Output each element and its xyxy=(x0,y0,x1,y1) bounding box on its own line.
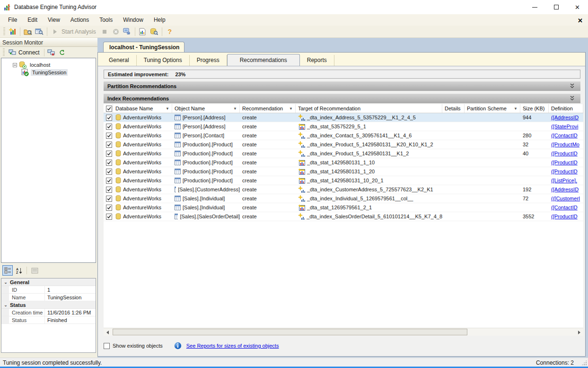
property-value[interactable]: Finished xyxy=(45,316,96,323)
browse-tables-button[interactable] xyxy=(34,27,44,37)
menu-edit[interactable]: Edit xyxy=(22,15,43,25)
column-header-size-kb-[interactable]: Size (KB) xyxy=(520,104,549,113)
open-workload-button[interactable] xyxy=(23,27,33,37)
definition-link[interactable]: ([ProductMo xyxy=(551,142,579,147)
row-checkbox[interactable] xyxy=(106,178,112,184)
row-checkbox[interactable] xyxy=(106,142,112,148)
table-row[interactable]: AdventureWorks [Person].[Address] create… xyxy=(104,122,583,131)
row-checkbox[interactable] xyxy=(106,106,112,112)
alphabetical-sort-button[interactable]: AZ xyxy=(14,265,24,276)
chevron-down-icon[interactable]: ⌄ xyxy=(1,280,10,285)
scroll-right-icon[interactable] xyxy=(575,328,583,336)
table-row[interactable]: AdventureWorks [Production].[Product] cr… xyxy=(104,176,583,185)
table-row[interactable]: AdventureWorks [Sales].[SalesOrderDetail… xyxy=(104,212,583,221)
definition-link[interactable]: ([ListPrice], xyxy=(551,178,577,183)
horizontal-scrollbar[interactable] xyxy=(104,328,583,336)
preview-report-button[interactable] xyxy=(138,27,148,37)
new-session-button[interactable] xyxy=(7,27,18,37)
row-checkbox[interactable] xyxy=(106,205,112,211)
property-row[interactable]: Creation time 11/6/2016 1:26 PM xyxy=(1,309,96,316)
chevron-down-icon[interactable]: ⌄ xyxy=(1,303,10,307)
sort-dropdown-icon[interactable]: ▼ xyxy=(233,107,237,111)
column-header-definition[interactable]: Definition xyxy=(549,104,583,113)
connect-button[interactable]: Connect xyxy=(6,48,42,57)
definition-link[interactable]: ([ProductID xyxy=(551,169,578,174)
tree-node-session-label[interactable]: TuningSession xyxy=(31,69,68,76)
definition-link[interactable]: ([AddressID xyxy=(551,115,579,120)
definition-link[interactable]: ([AddressID xyxy=(551,187,579,192)
definition-link[interactable]: ([ProductID xyxy=(551,160,578,165)
expand-chevron-icon[interactable] xyxy=(570,83,575,89)
show-existing-objects-checkbox[interactable] xyxy=(104,343,110,349)
property-row[interactable]: Status Finished xyxy=(1,316,96,324)
property-value[interactable]: 11/6/2016 1:26 PM xyxy=(45,309,96,316)
tree-node-session[interactable]: TuningSession xyxy=(21,69,68,76)
resize-grip[interactable] xyxy=(581,360,587,366)
help-button[interactable]: ? xyxy=(165,27,175,37)
row-checkbox[interactable] xyxy=(106,133,112,139)
column-header-database-name[interactable]: Database Name▼ xyxy=(113,104,172,113)
scroll-left-icon[interactable] xyxy=(104,328,112,336)
definition-link[interactable]: ([StateProvi xyxy=(551,124,578,129)
tree-node-server-label[interactable]: localhost xyxy=(28,62,52,68)
tab-progress[interactable]: Progress xyxy=(190,55,227,66)
select-all-checkbox-cell[interactable] xyxy=(104,104,113,113)
tab-general[interactable]: General xyxy=(102,55,137,66)
start-analysis-icon[interactable] xyxy=(50,27,60,37)
menu-help[interactable]: Help xyxy=(149,15,171,25)
table-row[interactable]: AdventureWorks [Sales].[Individual] crea… xyxy=(104,203,583,212)
table-row[interactable]: AdventureWorks [Person].[Contact] create… xyxy=(104,131,583,140)
property-pages-button[interactable] xyxy=(29,265,40,276)
menu-tools[interactable]: Tools xyxy=(94,15,118,25)
table-row[interactable]: AdventureWorks [Production].[Product] cr… xyxy=(104,149,583,158)
minimize-button[interactable] xyxy=(524,0,545,14)
close-button[interactable]: ✕ xyxy=(567,0,588,14)
collapse-icon[interactable] xyxy=(13,63,17,67)
row-checkbox[interactable] xyxy=(106,151,112,157)
column-header-target-of-recommendation[interactable]: Target of Recommendation xyxy=(296,104,442,113)
row-checkbox[interactable] xyxy=(106,196,112,202)
definition-link[interactable]: (([CustomerI xyxy=(551,196,580,201)
sort-dropdown-icon[interactable]: ▼ xyxy=(289,107,293,111)
column-header-object-name[interactable]: Object Name▼ xyxy=(172,104,240,113)
cancel-button[interactable] xyxy=(111,27,121,37)
row-checkbox[interactable] xyxy=(106,160,112,166)
document-tab[interactable]: localhost - TuningSession xyxy=(103,42,184,53)
row-checkbox[interactable] xyxy=(106,124,112,130)
stop-analysis-button[interactable] xyxy=(99,27,110,37)
property-value[interactable]: 1 xyxy=(45,286,96,293)
maximize-button[interactable] xyxy=(545,0,567,14)
tab-tuning-options[interactable]: Tuning Options xyxy=(137,55,190,66)
property-category[interactable]: ⌄Status xyxy=(1,301,96,309)
tab-reports[interactable]: Reports xyxy=(300,55,334,66)
sort-dropdown-icon[interactable]: ▼ xyxy=(166,107,169,111)
menu-view[interactable]: View xyxy=(43,15,65,25)
index-recommendations-header[interactable]: Index Recommendations xyxy=(104,94,580,103)
panel-grip[interactable] xyxy=(3,48,5,57)
definition-link[interactable]: ([ContactID xyxy=(551,205,578,210)
disconnect-button[interactable] xyxy=(46,48,57,57)
row-checkbox[interactable] xyxy=(106,187,112,193)
table-row[interactable]: AdventureWorks [Sales].[Individual] crea… xyxy=(104,194,583,203)
refresh-button[interactable] xyxy=(57,48,67,57)
sort-dropdown-icon[interactable]: ▼ xyxy=(514,107,518,111)
definition-link[interactable]: ([ProductID xyxy=(551,214,578,219)
tuning-options-button[interactable] xyxy=(149,27,159,37)
close-document-icon[interactable]: ✕ xyxy=(575,16,585,25)
definition-link[interactable]: ([ProductID xyxy=(551,151,578,156)
tree-node-server[interactable]: localhost xyxy=(13,61,52,69)
property-row[interactable]: ID 1 xyxy=(1,286,96,294)
property-value[interactable]: TuningSession xyxy=(45,294,96,301)
column-header-details[interactable]: Details xyxy=(442,104,465,113)
table-row[interactable]: AdventureWorks [Production].[Product] cr… xyxy=(104,140,583,149)
column-header-partition-scheme[interactable]: Partition Scheme▼ xyxy=(465,104,520,113)
menu-file[interactable]: File xyxy=(3,15,22,25)
row-checkbox[interactable] xyxy=(106,115,112,121)
table-row[interactable]: AdventureWorks [Sales].[CustomerAddress]… xyxy=(104,185,583,194)
property-row[interactable]: Name TuningSession xyxy=(1,294,96,301)
table-row[interactable]: AdventureWorks [Production].[Product] cr… xyxy=(104,158,583,167)
apply-recommendations-button[interactable] xyxy=(122,27,132,37)
definition-link[interactable]: ([ContactID xyxy=(551,133,578,138)
row-checkbox[interactable] xyxy=(106,214,112,220)
property-category[interactable]: ⌄General xyxy=(1,278,96,286)
